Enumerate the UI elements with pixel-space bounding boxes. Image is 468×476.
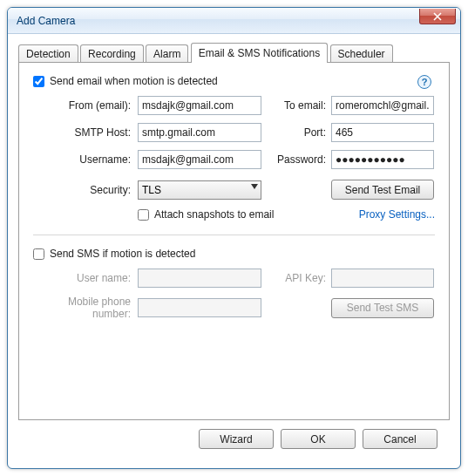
- to-label: To email:: [277, 99, 331, 112]
- port-input[interactable]: [331, 123, 434, 142]
- sms-form: User name: API Key: Mobile phone number:…: [33, 269, 435, 320]
- password-input[interactable]: [331, 150, 434, 169]
- titlebar: Add Camera: [8, 8, 460, 34]
- tab-scheduler[interactable]: Scheduler: [330, 44, 393, 63]
- sms-user-input[interactable]: [138, 269, 261, 288]
- email-enable-row: Send email when motion is detected: [33, 75, 435, 87]
- email-form: From (email): To email: SMTP Host: Port:…: [33, 96, 435, 221]
- dialog-window: Add Camera Detection Recording Alarm Ema…: [7, 7, 461, 469]
- sms-enable-label: Send SMS if motion is detected: [50, 248, 195, 260]
- sms-api-label: API Key:: [277, 272, 331, 284]
- to-input[interactable]: [331, 96, 434, 115]
- section-divider: [33, 235, 435, 235]
- from-input[interactable]: [138, 96, 261, 115]
- ok-button[interactable]: OK: [281, 429, 356, 449]
- security-label: Security:: [33, 184, 138, 196]
- attach-snapshots-checkbox[interactable]: [138, 209, 149, 221]
- username-input[interactable]: [138, 150, 261, 169]
- dialog-body: Detection Recording Alarm Email & SMS No…: [8, 34, 460, 468]
- username-label: Username:: [33, 153, 138, 166]
- send-test-email-button[interactable]: Send Test Email: [331, 180, 434, 200]
- sms-enable-checkbox[interactable]: [33, 248, 44, 260]
- email-enable-label: Send email when motion is detected: [50, 75, 218, 87]
- sms-api-input[interactable]: [331, 269, 434, 288]
- cancel-button[interactable]: Cancel: [363, 429, 437, 449]
- tab-alarm[interactable]: Alarm: [146, 44, 188, 63]
- tab-recording[interactable]: Recording: [80, 44, 144, 63]
- smtp-input[interactable]: [138, 123, 261, 142]
- close-icon: [433, 12, 442, 21]
- attach-snapshots-label: Attach snapshots to email: [154, 208, 274, 221]
- from-label: From (email):: [33, 99, 138, 112]
- tab-email-sms[interactable]: Email & SMS Notifications: [191, 43, 328, 63]
- dialog-footer: Wizard OK Cancel: [18, 420, 450, 459]
- smtp-label: SMTP Host:: [33, 126, 138, 139]
- tab-strip: Detection Recording Alarm Email & SMS No…: [18, 43, 450, 62]
- wizard-button[interactable]: Wizard: [199, 429, 274, 449]
- tab-panel-email-sms: ? Send email when motion is detected Fro…: [18, 62, 450, 420]
- proxy-settings-link[interactable]: Proxy Settings...: [359, 208, 435, 221]
- sms-user-label: User name:: [33, 272, 138, 284]
- security-select-wrap: TLS: [138, 180, 261, 200]
- window-title: Add Camera: [17, 15, 75, 27]
- send-test-sms-button[interactable]: Send Test SMS: [331, 298, 434, 318]
- sms-phone-label: Mobile phone number:: [33, 296, 138, 320]
- email-enable-checkbox[interactable]: [33, 76, 44, 87]
- port-label: Port:: [277, 126, 331, 139]
- sms-enable-row: Send SMS if motion is detected: [33, 248, 435, 260]
- help-icon[interactable]: ?: [417, 75, 431, 89]
- close-button[interactable]: [419, 9, 456, 24]
- tab-detection[interactable]: Detection: [18, 44, 78, 63]
- sms-phone-input[interactable]: [138, 298, 261, 317]
- password-label: Password:: [277, 153, 331, 166]
- security-select[interactable]: TLS: [138, 180, 261, 200]
